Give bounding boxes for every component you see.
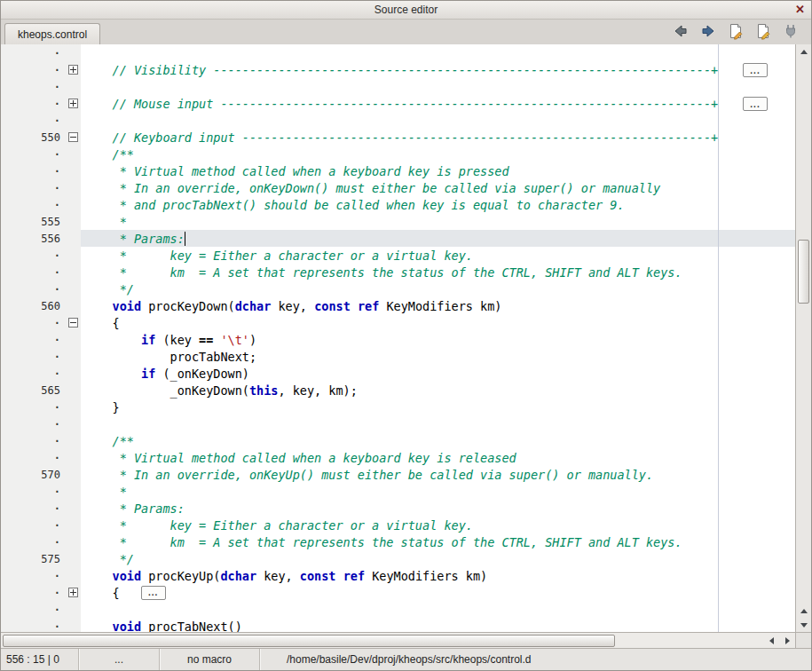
- line-number: ·: [1, 517, 65, 533]
- fold-margin: [65, 567, 81, 584]
- editor-area: ·· // Visibility -----------------------…: [1, 44, 811, 632]
- code-line[interactable]: 570 * In an override, onKeyUp() must eit…: [1, 466, 795, 483]
- code-text: [81, 415, 795, 432]
- vertical-scrollbar[interactable]: [795, 44, 811, 632]
- line-number: 575: [1, 550, 65, 567]
- code-line[interactable]: 560 void procKeyDown(dchar key, const re…: [1, 297, 795, 314]
- fold-marker-icon[interactable]: [68, 65, 78, 75]
- tab-kheops-control[interactable]: kheops.control: [4, 23, 100, 44]
- code-line[interactable]: · /**: [1, 146, 795, 162]
- code-line[interactable]: ·: [1, 44, 795, 61]
- scroll-up-button-2[interactable]: [796, 604, 811, 618]
- code-line[interactable]: · * Params:: [1, 500, 795, 517]
- code-line[interactable]: · */: [1, 280, 795, 297]
- line-number: ·: [1, 146, 65, 162]
- code-line[interactable]: · {: [1, 314, 795, 331]
- down-arrow-icon: [800, 623, 808, 628]
- code-text: * key = Either a character or a virtual …: [81, 247, 795, 264]
- code-area: ·· // Visibility -----------------------…: [1, 44, 795, 632]
- close-icon[interactable]: ✕: [795, 3, 805, 17]
- scroll-up-button[interactable]: [796, 44, 811, 59]
- code-line[interactable]: · if (key == '\t'): [1, 331, 795, 348]
- horizontal-scrollbar[interactable]: [1, 632, 795, 648]
- line-number: ·: [1, 432, 65, 449]
- code-line[interactable]: · * Virtual method called when a keyboar…: [1, 449, 795, 466]
- code-line[interactable]: · * Virtual method called when a keyboar…: [1, 162, 795, 179]
- code-line[interactable]: 565 _onKeyDown(this, key, km);: [1, 382, 795, 399]
- code-line[interactable]: · // Visibility ------------------------…: [1, 61, 795, 78]
- code-text: void procKeyDown(dchar key, const ref Ke…: [81, 297, 795, 314]
- go-back-button[interactable]: [671, 21, 690, 41]
- code-line[interactable]: ·: [1, 601, 795, 618]
- line-number: ·: [1, 61, 65, 78]
- go-back-icon: [672, 22, 690, 40]
- code-line[interactable]: · void procTabNext(): [1, 618, 795, 632]
- code-text: [81, 601, 795, 618]
- document-action-button-1[interactable]: [726, 21, 745, 41]
- code-line[interactable]: · {...: [1, 584, 795, 601]
- code-line[interactable]: 550 // Keyboard input ------------------…: [1, 129, 795, 146]
- left-arrow-icon: [769, 637, 774, 644]
- code-line[interactable]: · }: [1, 399, 795, 415]
- code-text: * Virtual method called when a keyboard …: [81, 449, 795, 466]
- detach-button[interactable]: [781, 21, 800, 41]
- line-number: ·: [1, 533, 65, 550]
- fold-margin: [65, 415, 81, 432]
- code-text: procTabNext;: [81, 348, 795, 365]
- line-number: ·: [1, 449, 65, 466]
- horizontal-scrollbar-thumb[interactable]: [3, 635, 615, 647]
- fold-margin: [65, 399, 81, 415]
- fold-marker-icon[interactable]: [68, 318, 78, 328]
- code-line[interactable]: · * km = A set that represents the statu…: [1, 264, 795, 280]
- fold-margin: [65, 247, 81, 264]
- code-line[interactable]: · * key = Either a character or a virtua…: [1, 517, 795, 533]
- fold-margin: [65, 78, 81, 95]
- tab-bar: kheops.control: [1, 20, 811, 45]
- go-forward-button[interactable]: [698, 21, 718, 41]
- code-text: *: [81, 213, 795, 230]
- fold-margin: [65, 162, 81, 179]
- code-line[interactable]: 575 */: [1, 550, 795, 567]
- fold-marker-icon[interactable]: [68, 132, 78, 142]
- fold-marker-icon[interactable]: [68, 588, 78, 597]
- code-line[interactable]: ·: [1, 415, 795, 432]
- line-number: ·: [1, 162, 65, 179]
- code-line[interactable]: · * km = A set that represents the statu…: [1, 533, 795, 550]
- editor-toolbar: [671, 21, 808, 44]
- scroll-left-button[interactable]: [763, 633, 779, 648]
- code-line[interactable]: · * key = Either a character or a virtua…: [1, 247, 795, 264]
- line-number: ·: [1, 264, 65, 280]
- fold-margin: [65, 61, 81, 78]
- line-number: 560: [1, 297, 65, 314]
- document-action-button-2[interactable]: [753, 21, 773, 41]
- vertical-scrollbar-thumb[interactable]: [798, 240, 809, 304]
- code-line[interactable]: · * and procTabNext() should be called w…: [1, 196, 795, 213]
- code-line[interactable]: ·: [1, 112, 795, 129]
- scroll-down-button[interactable]: [796, 618, 811, 632]
- folded-region-box[interactable]: ...: [743, 63, 768, 77]
- code-line[interactable]: 556 * Params:: [1, 230, 795, 247]
- code-text: * km = A set that represents the status …: [81, 533, 795, 550]
- code-text: * In an override, onKeyDown() must eithe…: [81, 179, 795, 196]
- code-text: if (key == '\t'): [81, 331, 795, 348]
- scroll-right-button[interactable]: [779, 633, 795, 648]
- code-line[interactable]: · // Mouse input -----------------------…: [1, 95, 795, 112]
- fold-margin: [65, 533, 81, 550]
- fold-margin: [65, 314, 81, 331]
- folded-region-box[interactable]: ...: [141, 586, 166, 600]
- code-line[interactable]: · *: [1, 483, 795, 500]
- line-number: 570: [1, 466, 65, 483]
- code-line[interactable]: · * In an override, onKeyDown() must eit…: [1, 179, 795, 196]
- titlebar[interactable]: Source editor ✕: [1, 1, 811, 20]
- fold-marker-icon[interactable]: [68, 99, 78, 108]
- code-line[interactable]: · void procKeyUp(dchar key, const ref Ke…: [1, 567, 795, 584]
- fold-margin: [65, 213, 81, 230]
- code-line[interactable]: 555 *: [1, 213, 795, 230]
- code-line[interactable]: · /**: [1, 432, 795, 449]
- line-number: ·: [1, 483, 65, 500]
- code-line[interactable]: · procTabNext;: [1, 348, 795, 365]
- code-editor[interactable]: ·· // Visibility -----------------------…: [1, 44, 795, 632]
- folded-region-box[interactable]: ...: [743, 97, 768, 111]
- code-line[interactable]: ·: [1, 78, 795, 95]
- code-line[interactable]: · if (_onKeyDown): [1, 365, 795, 382]
